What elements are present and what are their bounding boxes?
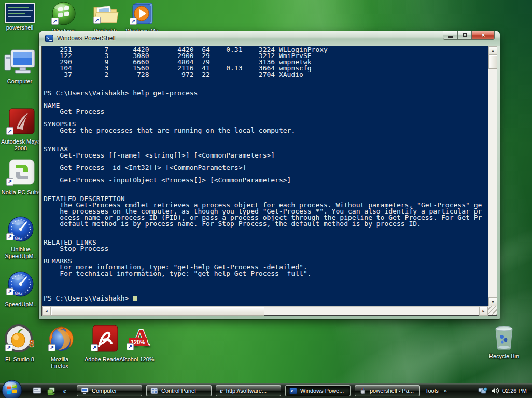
- scroll-left-button[interactable]: ◄: [42, 307, 51, 316]
- internet-explorer-icon[interactable]: e: [60, 386, 69, 395]
- internet-explorer-icon: e: [220, 387, 223, 395]
- window-title: Windows PowerShell: [57, 35, 116, 42]
- taskbar-button-label: Control Panel: [161, 388, 196, 394]
- console-prompt: PS C:\Users\Vaishakh>: [42, 295, 488, 302]
- tools-toolbar[interactable]: Tools »: [425, 388, 447, 394]
- icon-label: powershell: [0, 24, 39, 31]
- desktop-icon-fl-studio[interactable]: 8 ↗ FL Studio 8: [0, 324, 39, 363]
- desktop-icon-computer[interactable]: Computer: [0, 48, 39, 85]
- shortcut-arrow-icon: ↗: [6, 178, 13, 186]
- desktop-icon-nokia-pc-suite[interactable]: ↗ Nokia PC Suite: [1, 159, 40, 196]
- desktop-icon-windows-shortcut[interactable]: ↗ Windows: [44, 1, 83, 34]
- show-desktop-icon[interactable]: [32, 386, 41, 395]
- shortcut-arrow-icon: ↗: [51, 18, 59, 25]
- computer-icon: [3, 48, 37, 77]
- minimize-button[interactable]: [443, 31, 457, 40]
- horizontal-scroll-thumb[interactable]: [51, 307, 264, 316]
- icon-label: SpeedUpM..: [1, 301, 40, 308]
- desktop-icon-alcohol-120[interactable]: A 120% ↗ Alcohol 120%: [121, 324, 161, 363]
- horizontal-scrollbar[interactable]: ◄ ►: [42, 306, 488, 315]
- recycle-bin-icon: [489, 324, 519, 351]
- resize-grip[interactable]: [488, 306, 497, 315]
- tools-label: Tools: [425, 388, 439, 394]
- mhz-badge: MHz: [13, 237, 23, 240]
- start-button[interactable]: [0, 383, 23, 398]
- powershell-icon: >_: [289, 388, 297, 394]
- console-cursor: [133, 296, 137, 301]
- switch-windows-icon[interactable]: [46, 386, 55, 395]
- shortcut-arrow-icon: ↗: [6, 233, 13, 240]
- shortcut-arrow-icon: ↗: [6, 288, 13, 295]
- quick-launch-bar: e: [32, 386, 69, 395]
- taskbar-clock[interactable]: 02:26 PM: [502, 388, 527, 394]
- chevron-icon[interactable]: »: [444, 388, 447, 394]
- desktop-icon-autodesk-maya[interactable]: ↗ Autodesk Maya 2008: [1, 108, 40, 152]
- desktop-icon-powershell[interactable]: powershell: [0, 3, 39, 31]
- vertical-scroll-thumb[interactable]: [488, 55, 497, 69]
- powershell-screenshot-icon: [5, 3, 35, 23]
- alcohol-120-icon: A 120% ↗: [125, 324, 157, 354]
- firefox-icon: ↗: [46, 324, 76, 354]
- desktop-icon-uniblue-speedup[interactable]: ↗ MHz Uniblue SpeedUpM..: [1, 216, 40, 260]
- desktop-icon-folder[interactable]: ↗ Vaishakh: [86, 2, 125, 34]
- powershell-window: >_ Windows PowerShell × 251 7 4420 4420 …: [39, 31, 500, 319]
- vertical-scrollbar[interactable]: ▲ ▼: [488, 46, 497, 306]
- speedup-gauge-icon: ↗ MHz: [6, 271, 35, 300]
- icon-label: FL Studio 8: [0, 356, 39, 363]
- shortcut-arrow-icon: ↗: [130, 18, 137, 25]
- desktop-icon-speedup-2[interactable]: ↗ MHz SpeedUpM..: [1, 271, 40, 308]
- system-tray: 02:26 PM: [478, 387, 532, 394]
- powershell-window-icon: >_: [45, 35, 53, 42]
- icon-label: Recycle Bin: [484, 353, 524, 360]
- shortcut-arrow-icon: ↗: [127, 343, 134, 350]
- console-area[interactable]: 251 7 4420 4420 64 0.31 3224 WLLoginProx…: [41, 46, 497, 316]
- speedup-gauge-icon: ↗ MHz: [6, 216, 35, 245]
- taskbar-button-powershell[interactable]: >_ Windows Powe...: [285, 385, 351, 396]
- taskbar: e Computer Control Panel e http://softwa…: [0, 383, 532, 398]
- window-titlebar[interactable]: >_ Windows PowerShell ×: [39, 31, 500, 46]
- icon-label: Alcohol 120%: [116, 356, 158, 363]
- icon-label: Nokia PC Suite: [1, 189, 40, 196]
- network-icon[interactable]: [478, 387, 487, 394]
- windows-orb-icon: ↗: [50, 1, 77, 26]
- scroll-down-button[interactable]: ▼: [488, 297, 497, 306]
- shortcut-arrow-icon: ↗: [93, 17, 101, 24]
- taskbar-button-control-panel[interactable]: Control Panel: [146, 385, 212, 396]
- shortcut-arrow-icon: ↗: [6, 127, 13, 135]
- taskbar-button-label: powershell - Pa...: [370, 388, 414, 394]
- shortcut-arrow-icon: ↗: [5, 344, 12, 351]
- desktop-icon-windows-media-player[interactable]: ↗ Windows Me: [122, 1, 162, 34]
- shortcut-arrow-icon: ↗: [91, 344, 98, 351]
- taskbar-button-label: http://software...: [226, 388, 267, 394]
- close-button[interactable]: ×: [472, 31, 495, 40]
- scroll-up-button[interactable]: ▲: [488, 46, 497, 55]
- volume-icon[interactable]: [491, 387, 499, 394]
- desktop-icon-recycle-bin[interactable]: Recycle Bin: [484, 324, 524, 360]
- media-player-icon: ↗: [128, 1, 157, 26]
- icon-label: Uniblue SpeedUpM..: [1, 246, 40, 260]
- fl-digit: 8: [29, 338, 34, 349]
- folder-icon: ↗: [91, 2, 119, 26]
- mhz-badge: MHz: [13, 292, 23, 295]
- taskbar-button-computer[interactable]: Computer: [77, 385, 142, 396]
- scroll-right-button[interactable]: ►: [479, 307, 488, 316]
- icon-label: Autodesk Maya 2008: [1, 138, 40, 152]
- adobe-reader-icon: ↗: [91, 324, 120, 354]
- taskbar-button-label: Windows Powe...: [300, 388, 344, 394]
- maximize-icon: [463, 33, 467, 37]
- taskbar-buttons: Computer Control Panel e http://software…: [77, 385, 420, 396]
- close-icon: ×: [481, 32, 485, 39]
- maximize-button[interactable]: [457, 31, 472, 40]
- minimize-icon: [448, 36, 453, 38]
- icon-label: Computer: [0, 78, 39, 85]
- desktop-icon-firefox[interactable]: ↗ Mozilla Firefox: [41, 324, 81, 369]
- maya-icon: ↗: [6, 108, 35, 137]
- taskbar-button-label: Computer: [92, 388, 117, 394]
- taskbar-button-browser[interactable]: e http://software...: [216, 385, 281, 396]
- nokia-pc-suite-icon: ↗: [6, 159, 35, 188]
- fl-studio-icon: 8 ↗: [4, 324, 35, 354]
- taskbar-button-paint[interactable]: powershell - Pa...: [355, 385, 420, 396]
- icon-label: Mozilla Firefox: [41, 356, 78, 369]
- console-output: 251 7 4420 4420 64 0.31 3224 WLLoginProx…: [42, 46, 488, 295]
- desktop-screen: powershell ↗ Windows: [0, 0, 532, 398]
